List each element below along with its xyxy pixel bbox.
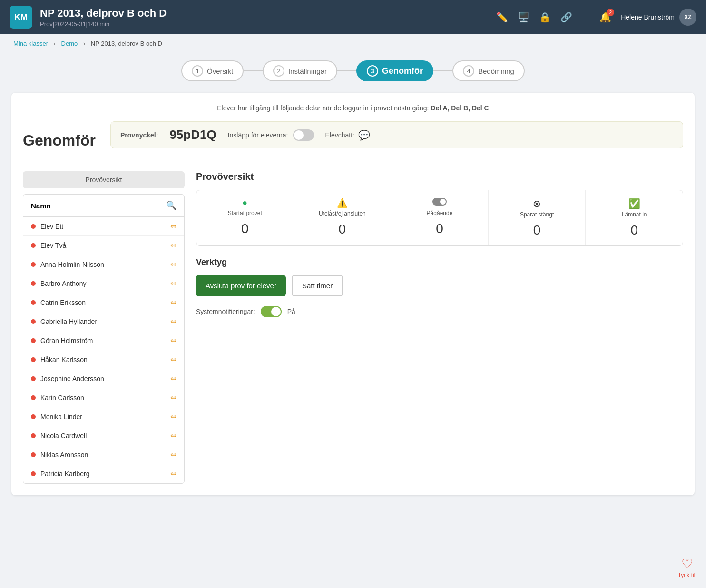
- student-status-dot: [31, 262, 36, 267]
- header-divider: [586, 8, 586, 27]
- list-item: Göran Holmström ⇔: [23, 331, 184, 350]
- breadcrumb-item-1[interactable]: Mina klasser: [13, 40, 48, 47]
- step-connector-1: [244, 70, 263, 71]
- screen-icon[interactable]: 🖥️: [518, 11, 530, 23]
- step-1[interactable]: 1 Översikt: [181, 60, 244, 81]
- step-1-number: 1: [192, 65, 203, 77]
- content-layout: Provöversikt Namn 🔍 Elev Ett ⇔ Elev Två: [23, 171, 683, 484]
- genomfor-heading: Genomför: [23, 132, 99, 149]
- stat-pagaende-value: 0: [395, 221, 484, 236]
- student-status-dot: [31, 395, 36, 400]
- avatar[interactable]: XZ: [679, 9, 696, 26]
- student-link-icon[interactable]: ⇔: [170, 355, 176, 364]
- student-name: Monika Linder: [40, 413, 170, 421]
- student-status-dot: [31, 433, 36, 438]
- step-2-label: Inställningar: [288, 67, 327, 75]
- page-title: NP 2013, delprov B och D: [40, 7, 489, 20]
- edit-icon[interactable]: ✏️: [496, 11, 508, 23]
- stat-startat: ● Startat provet 0: [196, 190, 294, 245]
- heart-icon: ♡: [681, 556, 693, 572]
- student-name: Elev Två: [40, 242, 170, 249]
- student-link-icon[interactable]: ⇔: [170, 336, 176, 345]
- breadcrumb-item-2[interactable]: Demo: [61, 40, 78, 47]
- student-link-icon[interactable]: ⇔: [170, 412, 176, 421]
- student-name: Håkan Karlsson: [40, 356, 170, 363]
- timer-button[interactable]: Sätt timer: [292, 275, 343, 296]
- student-link-icon[interactable]: ⇔: [170, 222, 176, 231]
- step-connector-2: [337, 70, 356, 71]
- elevchatt-label: Elevchatt:: [325, 131, 354, 139]
- student-link-icon[interactable]: ⇔: [170, 450, 176, 459]
- tyck-till-button[interactable]: ♡ Tyck till: [678, 556, 696, 578]
- stat-sparat-label: Sparat stängt: [492, 211, 582, 219]
- toggle-icon: [395, 198, 484, 208]
- student-link-icon[interactable]: ⇔: [170, 298, 176, 307]
- systemnotif-state: På: [287, 308, 295, 315]
- student-link-icon[interactable]: ⇔: [170, 317, 176, 326]
- step-4[interactable]: 4 Bedömning: [452, 60, 525, 81]
- header-icons: ✏️ 🖥️ 🔒 🔗 🔔 2 Helene Brunström XZ: [496, 8, 696, 27]
- step-2[interactable]: 2 Inställningar: [263, 60, 337, 81]
- student-link-icon[interactable]: ⇔: [170, 374, 176, 383]
- student-status-dot: [31, 452, 36, 457]
- breadcrumb-item-3: NP 2013, delprov B och D: [91, 40, 162, 47]
- verktyg-buttons: Avsluta prov för elever Sätt timer: [196, 275, 683, 296]
- student-link-icon[interactable]: ⇔: [170, 241, 176, 250]
- step-3-label: Genomför: [382, 66, 423, 76]
- user-block: Helene Brunström XZ: [621, 9, 696, 26]
- student-link-icon[interactable]: ⇔: [170, 279, 176, 288]
- share-icon[interactable]: 🔗: [560, 11, 572, 23]
- student-status-dot: [31, 471, 36, 476]
- systemnotif-toggle[interactable]: [261, 306, 282, 317]
- overview-title: Provöversikt: [196, 171, 683, 182]
- student-status-dot: [31, 319, 36, 324]
- student-status-dot: [31, 357, 36, 362]
- student-list-naam-label: Namn: [31, 202, 51, 210]
- student-link-icon[interactable]: ⇔: [170, 260, 176, 269]
- insläpp-toggle[interactable]: [293, 129, 314, 141]
- step-3[interactable]: 3 Genomför: [356, 60, 433, 81]
- systemnotif-label: Systemnotifieringar:: [196, 308, 255, 315]
- insläpp-block: Insläpp för eleverna:: [228, 129, 314, 141]
- notification-badge: 2: [607, 9, 614, 16]
- list-item: Anna Holmlin-Nilsson ⇔: [23, 255, 184, 274]
- student-link-icon[interactable]: ⇔: [170, 431, 176, 440]
- step-4-label: Bedömning: [478, 67, 514, 75]
- page-subtitle: Prov|2022-05-31|140 min: [40, 20, 489, 28]
- list-item: Elev Två ⇔: [23, 236, 184, 255]
- elevchatt-icon[interactable]: 💬: [358, 129, 370, 141]
- lock-icon[interactable]: 🔒: [539, 11, 551, 23]
- provöversikt-tab[interactable]: Provöversikt: [23, 171, 185, 188]
- breadcrumb-sep-1: ›: [54, 40, 58, 47]
- logo-text: KM: [14, 12, 28, 22]
- list-item: Monika Linder ⇔: [23, 407, 184, 426]
- provnyckel-label: Provnyckel:: [120, 131, 158, 139]
- stat-sparat: ⊗ Sparat stängt 0: [489, 190, 586, 245]
- provnyckel-code: 95pD1Q: [169, 127, 216, 142]
- systemnotif-row: Systemnotifieringar: På: [196, 306, 683, 317]
- user-name: Helene Brunström: [621, 13, 675, 21]
- student-status-dot: [31, 224, 36, 229]
- breadcrumb: Mina klasser › Demo › NP 2013, delprov B…: [0, 34, 706, 53]
- student-link-icon[interactable]: ⇔: [170, 469, 176, 478]
- avsluta-button[interactable]: Avsluta prov för elever: [196, 275, 286, 296]
- student-list-scroll[interactable]: Elev Ett ⇔ Elev Två ⇔ Anna Holmlin-Nilss…: [23, 217, 184, 483]
- stat-utelast: ⚠️ Utelåst/ej ansluten 0: [294, 190, 392, 245]
- notification-wrapper[interactable]: 🔔 2: [599, 11, 611, 23]
- list-item: Josephine Andersson ⇔: [23, 369, 184, 388]
- list-item: Catrin Eriksson ⇔: [23, 293, 184, 312]
- student-status-dot: [31, 243, 36, 248]
- search-icon[interactable]: 🔍: [166, 200, 176, 211]
- list-item: Patricia Karlberg ⇔: [23, 464, 184, 483]
- student-name: Göran Holmström: [40, 337, 170, 344]
- right-panel: Provöversikt ● Startat provet 0 ⚠️ Utelå…: [196, 171, 683, 484]
- list-item: Nicola Cardwell ⇔: [23, 426, 184, 445]
- student-name: Elev Ett: [40, 223, 170, 230]
- warning-icon: ⚠️: [298, 198, 387, 208]
- student-link-icon[interactable]: ⇔: [170, 393, 176, 402]
- logo[interactable]: KM: [10, 6, 32, 29]
- student-name: Nicola Cardwell: [40, 432, 170, 440]
- stat-lamnat-value: 0: [589, 223, 679, 238]
- step-3-number: 3: [367, 65, 378, 77]
- main-card: Elever har tillgång till följande delar …: [11, 93, 695, 495]
